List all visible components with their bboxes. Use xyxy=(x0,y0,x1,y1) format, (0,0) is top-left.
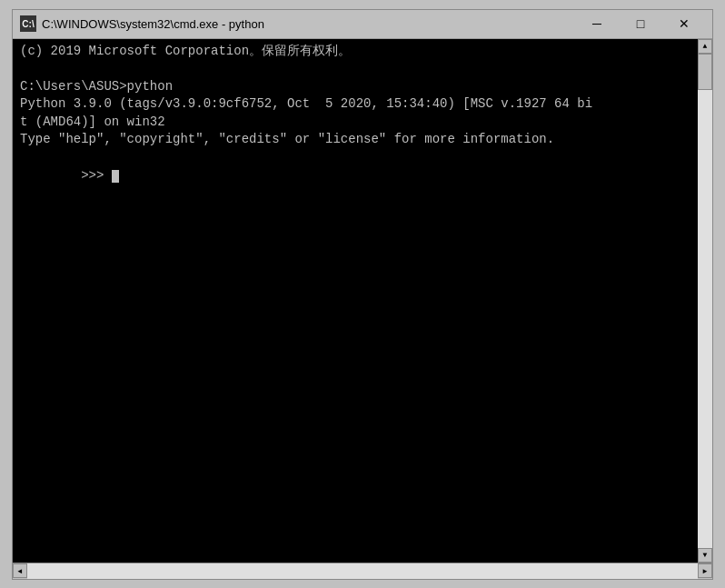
terminal-line-4: Python 3.9.0 (tags/v3.9.0:9cf6752, Oct 5… xyxy=(20,95,694,114)
minimize-button[interactable]: ─ xyxy=(576,13,618,35)
terminal-output[interactable]: (c) 2019 Microsoft Corporation。保留所有权利。 C… xyxy=(13,39,712,563)
maximize-button[interactable]: □ xyxy=(620,13,661,35)
terminal-line-6: Type "help", "copyright", "credits" or "… xyxy=(20,131,694,149)
window-controls: ─ □ ✕ xyxy=(576,13,705,35)
h-scroll-track xyxy=(27,563,698,579)
close-button[interactable]: ✕ xyxy=(663,13,705,35)
window-title: C:\WINDOWS\system32\cmd.exe - python xyxy=(42,17,576,31)
terminal-line-3: C:\Users\ASUS>python xyxy=(20,78,694,96)
cursor xyxy=(112,170,119,183)
horizontal-scrollbar[interactable]: ◄ ► xyxy=(13,563,712,579)
terminal-line-5: t (AMD64)] on win32 xyxy=(20,114,694,132)
title-bar: C:\ C:\WINDOWS\system32\cmd.exe - python… xyxy=(13,10,712,39)
scroll-up-button[interactable]: ▲ xyxy=(698,39,712,54)
cmd-window: C:\ C:\WINDOWS\system32\cmd.exe - python… xyxy=(12,9,713,580)
scroll-thumb[interactable] xyxy=(698,54,712,90)
scroll-down-button[interactable]: ▼ xyxy=(698,548,712,563)
scroll-right-button[interactable]: ► xyxy=(698,563,712,578)
window-icon: C:\ xyxy=(20,15,36,32)
terminal-prompt: >>> xyxy=(20,149,694,203)
vertical-scrollbar[interactable]: ▲ ▼ xyxy=(698,39,712,563)
scroll-left-button[interactable]: ◄ xyxy=(13,563,27,578)
terminal-line-2 xyxy=(20,60,694,78)
terminal-line-1: (c) 2019 Microsoft Corporation。保留所有权利。 xyxy=(20,43,694,61)
scroll-track xyxy=(698,54,712,548)
